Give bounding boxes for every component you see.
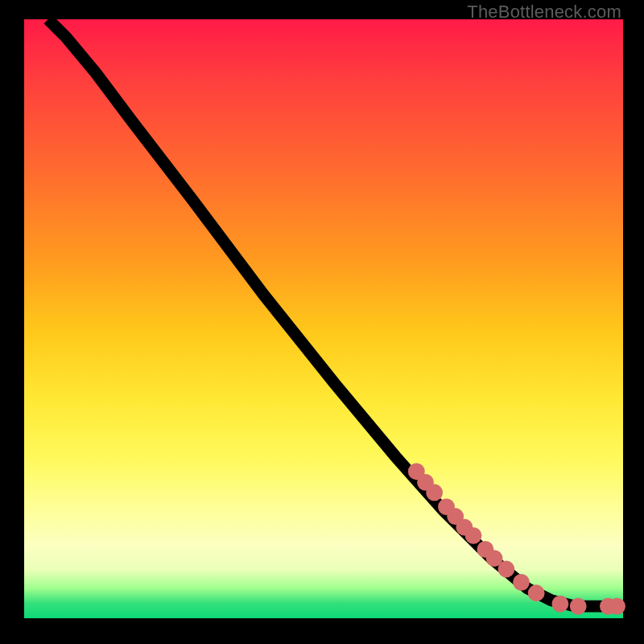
chart-dot <box>570 598 587 615</box>
chart-stage: TheBottleneck.com <box>0 0 644 644</box>
chart-dot <box>513 574 530 591</box>
chart-dot <box>426 484 443 501</box>
chart-dot <box>551 596 568 613</box>
chart-dot <box>465 527 482 544</box>
chart-dot <box>528 584 545 601</box>
chart-dot <box>498 561 515 578</box>
chart-overlay-svg <box>24 19 623 618</box>
chart-dots-group <box>408 463 625 614</box>
chart-curve <box>48 19 617 606</box>
chart-dot <box>609 598 625 615</box>
